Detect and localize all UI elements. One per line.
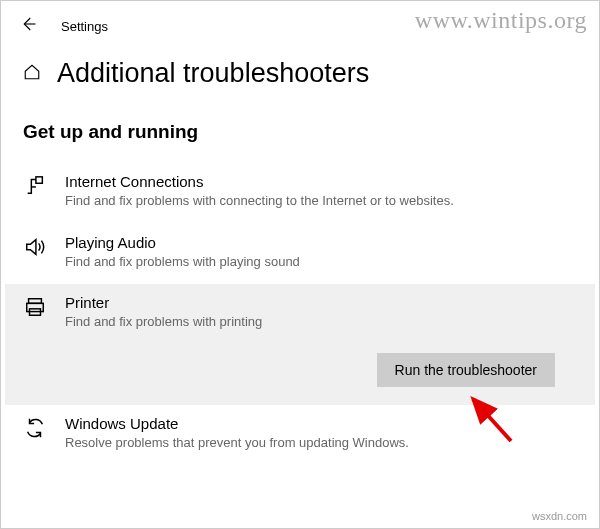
section-heading: Get up and running	[1, 107, 599, 163]
item-title: Playing Audio	[65, 234, 577, 251]
window-title: Settings	[61, 19, 108, 34]
run-troubleshooter-button[interactable]: Run the troubleshooter	[377, 353, 555, 387]
troubleshooter-printer[interactable]: Printer Find and fix problems with print…	[5, 284, 595, 349]
troubleshooter-playing-audio[interactable]: Playing Audio Find and fix problems with…	[5, 224, 595, 285]
item-text: Playing Audio Find and fix problems with…	[65, 234, 577, 271]
internet-icon	[23, 173, 47, 197]
item-desc: Find and fix problems with connecting to…	[65, 192, 505, 210]
troubleshooter-list: Internet Connections Find and fix proble…	[1, 163, 599, 465]
page-title: Additional troubleshooters	[57, 58, 369, 89]
item-text: Windows Update Resolve problems that pre…	[65, 415, 577, 452]
back-arrow-icon[interactable]	[19, 15, 37, 38]
item-title: Windows Update	[65, 415, 577, 432]
item-desc: Resolve problems that prevent you from u…	[65, 434, 505, 452]
home-icon[interactable]	[23, 63, 41, 85]
watermark-text: www.wintips.org	[415, 7, 587, 34]
item-title: Internet Connections	[65, 173, 577, 190]
svg-rect-0	[36, 177, 42, 183]
sync-icon	[23, 415, 47, 439]
item-title: Printer	[65, 294, 577, 311]
troubleshooter-internet-connections[interactable]: Internet Connections Find and fix proble…	[5, 163, 595, 224]
item-text: Internet Connections Find and fix proble…	[65, 173, 577, 210]
printer-icon	[23, 294, 47, 318]
page-header: Additional troubleshooters	[1, 46, 599, 107]
item-text: Printer Find and fix problems with print…	[65, 294, 577, 331]
troubleshooter-windows-update[interactable]: Windows Update Resolve problems that pre…	[5, 405, 595, 466]
speaker-icon	[23, 234, 47, 258]
source-text: wsxdn.com	[532, 510, 587, 522]
item-desc: Find and fix problems with playing sound	[65, 253, 505, 271]
run-button-row: Run the troubleshooter	[5, 349, 595, 405]
item-desc: Find and fix problems with printing	[65, 313, 505, 331]
